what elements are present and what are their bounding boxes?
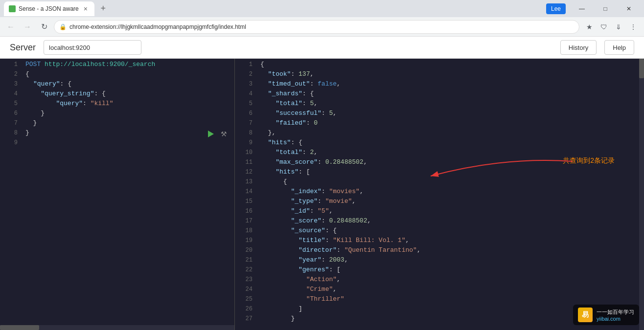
lock-icon: 🔒 <box>59 23 67 30</box>
h-scrollbar-thumb <box>0 325 39 330</box>
response-line-13: 13 { <box>235 178 644 188</box>
response-line-15: 15 "_type": "movie", <box>235 198 644 207</box>
query-editor[interactable]: 1 POST http://localhost:9200/_search 2 {… <box>0 59 234 330</box>
response-line-7: 7 "failed": 0 <box>235 119 644 129</box>
query-line-8: 8 } <box>0 129 234 139</box>
back-button[interactable]: ← <box>4 20 18 34</box>
watermark: 易 一一如百年学习 yiibai.com <box>573 305 639 325</box>
history-button[interactable]: History <box>560 40 597 55</box>
response-line-14: 14 "_index": "movies", <box>235 188 644 198</box>
close-button[interactable]: ✕ <box>618 1 640 16</box>
response-content[interactable]: 1 { 2 "took": 137, 3 "timed_out": false, <box>235 59 644 330</box>
window-controls: Lee — □ ✕ <box>546 1 640 16</box>
svg-marker-0 <box>208 131 214 137</box>
response-line-5: 5 "total": 5, <box>235 100 644 110</box>
svg-text:⚒: ⚒ <box>221 130 227 138</box>
browser-tab[interactable]: Sense - a JSON aware × <box>4 1 94 16</box>
query-actions: ⚒ <box>205 129 230 139</box>
response-panel: 1 { 2 "took": 137, 3 "timed_out": false, <box>235 59 644 330</box>
server-input[interactable] <box>44 40 141 55</box>
nav-actions: ★ 🛡 ⇓ ⋮ <box>582 20 640 34</box>
response-line-10: 10 "total": 2, <box>235 149 644 158</box>
response-line-2: 2 "took": 137, <box>235 70 644 80</box>
response-line-12: 12 "hits": [ <box>235 168 644 178</box>
response-line-24: 24 "Crime", <box>235 286 644 295</box>
response-line-19: 19 "title": "Kill Bill: Vol. 1", <box>235 237 644 246</box>
response-line-25: 25 "Thriller" <box>235 295 644 305</box>
tab-close-button[interactable]: × <box>82 5 90 13</box>
maximize-button[interactable]: □ <box>594 1 617 16</box>
query-line-1: 1 POST http://localhost:9200/_search <box>0 61 234 70</box>
browser-frame: Sense - a JSON aware × + Lee — □ ✕ ← → ↻… <box>0 0 644 330</box>
query-line-9: 9 <box>0 139 234 149</box>
response-line-17: 17 "_score": 0.28488502, <box>235 217 644 227</box>
wrench-icon[interactable]: ⚒ <box>219 129 230 139</box>
response-line-6: 6 "successful": 5, <box>235 110 644 119</box>
shield-icon[interactable]: 🛡 <box>597 20 611 34</box>
forward-button[interactable]: → <box>21 20 34 34</box>
watermark-line1: 一一如百年学习 <box>597 308 634 316</box>
minimize-button[interactable]: — <box>571 1 593 16</box>
tab-title: Sense - a JSON aware <box>19 5 79 12</box>
response-line-8: 8 }, <box>235 129 644 139</box>
watermark-logo: 易 <box>578 308 593 322</box>
response-line-11: 11 "max_score": 0.28488502, <box>235 158 644 168</box>
bookmark-button[interactable]: ★ <box>582 20 596 34</box>
response-line-9: 9 "hits": { <box>235 139 644 149</box>
query-panel: 1 POST http://localhost:9200/_search 2 {… <box>0 59 235 330</box>
response-line-21: 21 "year": 2003, <box>235 256 644 266</box>
query-line-4: 4 "query_string": { <box>0 90 234 100</box>
address-bar[interactable]: 🔒 chrome-extension://lhjgkmllcaadmopgman… <box>54 20 579 34</box>
run-query-button[interactable] <box>205 129 216 139</box>
server-label: Server <box>10 43 36 53</box>
response-line-22: 22 "genres": [ <box>235 266 644 276</box>
response-line-3: 3 "timed_out": false, <box>235 80 644 90</box>
response-line-1: 1 { <box>235 61 644 70</box>
new-tab-button[interactable]: + <box>96 2 110 16</box>
more-button[interactable]: ⋮ <box>626 20 640 34</box>
response-line-4: 4 "_shards": { <box>235 90 644 100</box>
user-button[interactable]: Lee <box>546 3 566 14</box>
response-line-23: 23 "Action", <box>235 276 644 286</box>
tab-favicon <box>9 5 16 12</box>
download-button[interactable]: ⇓ <box>612 20 625 34</box>
query-line-5: 5 "query": "kill" <box>0 100 234 110</box>
query-line-3: 3 "query": { <box>0 80 234 90</box>
watermark-info: 一一如百年学习 yiibai.com <box>597 308 634 322</box>
query-line-7: 7 } <box>0 119 234 129</box>
v-scrollbar-thumb <box>639 59 644 78</box>
app-area: Server History Help 1 POST http://localh… <box>0 37 644 330</box>
horizontal-scrollbar[interactable] <box>0 325 234 330</box>
response-line-18: 18 "_source": { <box>235 227 644 237</box>
response-line-20: 20 "director": "Quentin Tarantino", <box>235 246 644 256</box>
response-line-16: 16 "_id": "5", <box>235 207 644 217</box>
app-header: Server History Help <box>0 37 644 59</box>
help-button[interactable]: Help <box>604 40 634 55</box>
query-line-2: 2 { <box>0 70 234 80</box>
main-content: 1 POST http://localhost:9200/_search 2 {… <box>0 59 644 330</box>
address-text: chrome-extension://lhjgkmllcaadmopgmanpa… <box>69 23 574 30</box>
watermark-site: yiibai.com <box>597 316 634 322</box>
reload-button[interactable]: ↻ <box>37 20 51 34</box>
title-bar: Sense - a JSON aware × + Lee — □ ✕ <box>0 0 644 17</box>
query-line-6: 6 } <box>0 110 234 119</box>
nav-bar: ← → ↻ 🔒 chrome-extension://lhjgkmllcaadm… <box>0 17 644 37</box>
vertical-scrollbar[interactable] <box>639 59 644 330</box>
